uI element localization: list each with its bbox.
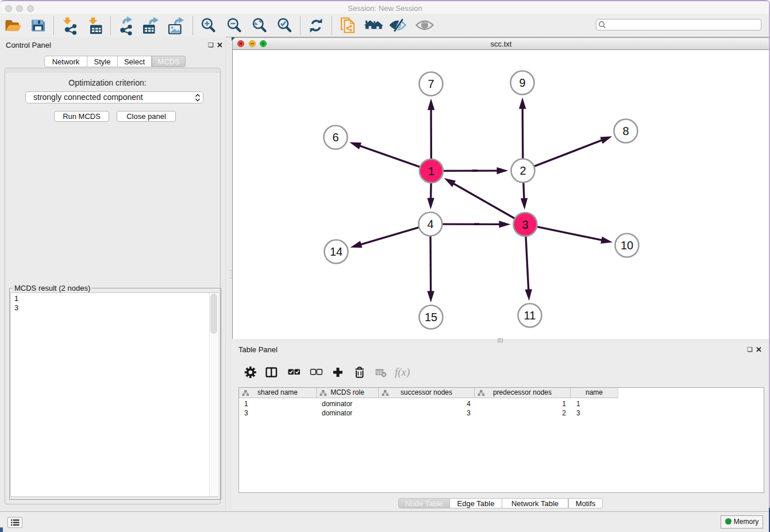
svg-text:2: 2 [519,164,526,177]
svg-text:4: 4 [427,218,433,230]
svg-text:6: 6 [332,131,338,144]
svg-text:10: 10 [621,239,633,252]
svg-text:15: 15 [425,311,437,323]
svg-text:f(x): f(x) [395,366,410,379]
svg-text:3: 3 [522,218,528,231]
svg-text:1: 1 [428,165,434,178]
svg-text:14: 14 [330,245,342,258]
svg-text:11: 11 [524,309,536,322]
svg-text:7: 7 [428,78,434,90]
svg-text:9: 9 [519,76,525,89]
svg-text:8: 8 [622,125,629,137]
